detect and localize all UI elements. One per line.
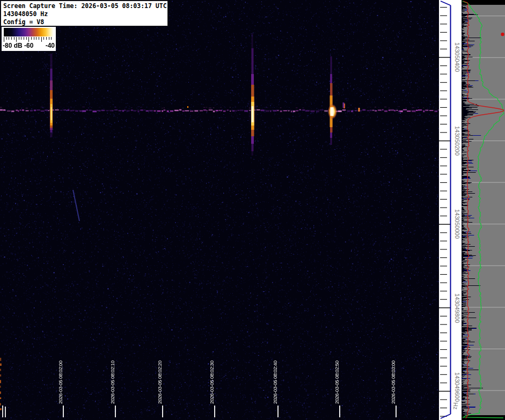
color-scale-legend: -80 dB -60 -40 (2, 27, 56, 51)
frequency-label: 143050000 (452, 196, 460, 252)
time-tick (162, 406, 163, 417)
frequency-label: 143049800 (452, 281, 460, 336)
time-tick (396, 406, 397, 417)
center-frequency-text: 143048050 Hz (3, 10, 167, 18)
time-label-text: 2026-03-05 08:02:20 (157, 350, 163, 404)
time-label: 2026-03-05 08:02:00 (55, 350, 64, 418)
time-label-text: 2026-03-05 08:02:40 (272, 350, 278, 404)
color-gradient-bar (4, 28, 54, 36)
db-label-left: -80 dB -60 (3, 42, 33, 49)
capture-time-text: Screen Capture Time: 2026-03-05 08:03:17… (3, 2, 167, 10)
color-scale-labels: -80 dB -60 -40 (2, 42, 56, 49)
time-label: 2026-03-05 08:02:40 (270, 350, 279, 418)
spectrogram-waterfall (0, 0, 439, 420)
frequency-label: 143050200 (452, 113, 460, 169)
time-label-text: 2026-03-05 08:02:10 (109, 350, 115, 404)
time-tick (339, 406, 340, 417)
time-label: 2026-03-05 08:02:20 (155, 350, 164, 418)
time-label: 2026-03-05 08:03:00 (388, 350, 397, 418)
time-label-text: 2026-03-05 08:02:00 (57, 350, 63, 404)
spectrum-graph-panel (462, 0, 505, 420)
capture-info-box: Screen Capture Time: 2026-03-05 08:03:17… (1, 1, 168, 26)
time-label: 2026-03-05 08:02:50 (332, 350, 341, 418)
color-scale-ticks (4, 37, 54, 42)
frequency-label: 143050400 (452, 30, 460, 85)
time-label-text: 2026-03-05 08:02:30 (209, 350, 215, 404)
db-label-right: -40 (46, 42, 55, 49)
time-label: 2026-03-05 08:02:10 (107, 350, 116, 418)
time-tick (214, 406, 215, 417)
time-label: 2026-03-05 08:02:30 (207, 350, 216, 418)
time-label-text: 2026-03-05 08:03:00 (390, 350, 396, 404)
time-tick (115, 406, 116, 417)
time-tick (277, 406, 279, 417)
config-text: Config = V8 (3, 18, 167, 26)
time-tick (63, 406, 64, 417)
frequency-unit-label: Hz (452, 402, 459, 409)
spectrum-lab-screen-capture: Screen Capture Time: 2026-03-05 08:03:17… (0, 0, 505, 420)
time-label-text: 2026-03-05 08:02:50 (334, 350, 340, 404)
